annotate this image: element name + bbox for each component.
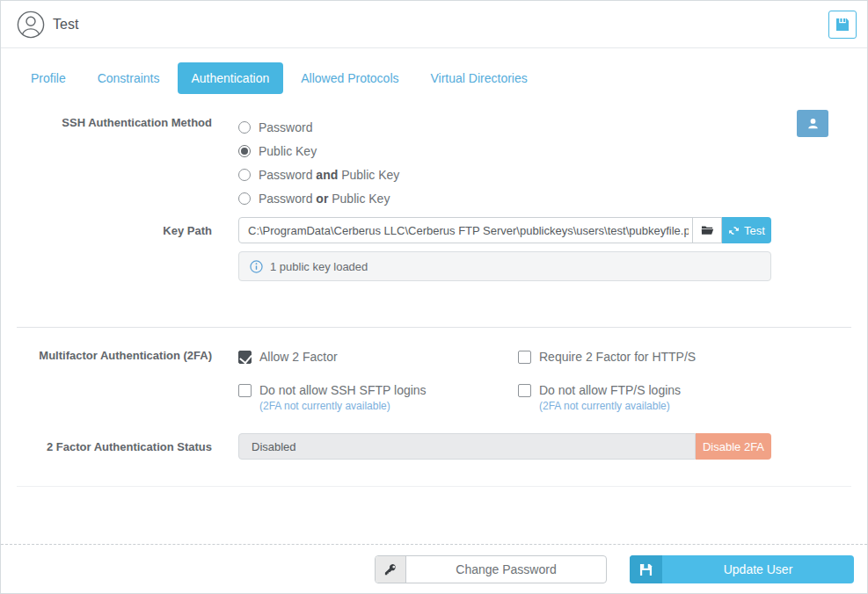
tfa-status-label: 2 Factor Authentication Status [1,440,212,453]
checkbox-require-2-factor-https[interactable]: Require 2 Factor for HTTP/S [518,350,791,364]
user-icon [806,117,820,130]
user-avatar-icon [17,11,45,39]
tab-bar: Profile Constraints Authentication Allow… [17,62,545,94]
radio-circle-selected [238,145,251,157]
change-password-button[interactable]: Change Password [375,555,607,583]
mfa-unavailable-note: (2FA not currently available) [539,400,791,412]
tab-constraints[interactable]: Constraints [84,62,174,94]
update-user-button[interactable]: Update User [630,555,854,583]
radio-public-key[interactable]: Public Key [238,139,399,163]
tfa-status-value [238,433,696,460]
tab-authentication[interactable]: Authentication [178,62,284,94]
checkbox-box [518,384,531,397]
checkbox-box [238,384,252,397]
key-path-label: Key Path [1,224,212,237]
faint-divider [17,486,851,487]
tab-allowed-protocols[interactable]: Allowed Protocols [287,62,412,94]
radio-circle [238,192,251,205]
checkbox-allow-2-factor[interactable]: Allow 2 Factor [238,350,511,364]
disable-2fa-button[interactable]: Disable 2FA [696,433,771,460]
manage-public-keys-button[interactable] [797,110,828,137]
checkbox-block-ftps: Do not allow FTP/S logins (2FA not curre… [518,383,791,412]
key-icon [384,563,397,576]
user-edit-dialog: Test Profile Constraints Authentication … [0,0,868,594]
info-circle-icon [250,260,263,273]
key-path-input[interactable] [238,217,693,243]
ssh-auth-method-label: SSH Authentication Method [1,116,212,129]
test-key-button[interactable]: Test [722,217,771,243]
dialog-header: Test [1,1,867,48]
key-path-group: Test [238,217,771,243]
change-password-label: Change Password [406,556,606,583]
mfa-column-right: Require 2 Factor for HTTP/S Do not allow… [518,350,791,412]
tab-virtual-directories[interactable]: Virtual Directories [417,62,542,94]
tab-profile[interactable]: Profile [17,62,80,94]
checkbox-no-ftps-logins[interactable]: Do not allow FTP/S logins [518,383,791,397]
page-title: Test [53,17,78,33]
mfa-unavailable-note: (2FA not currently available) [259,400,511,412]
refresh-icon [728,225,740,236]
save-icon [639,563,653,576]
mfa-label: Multifactor Authentication (2FA) [1,349,212,362]
checkbox-box-checked [238,351,252,364]
radio-password-or-public-key[interactable]: Password or Public Key [238,186,399,210]
radio-password-and-public-key[interactable]: Password and Public Key [238,163,399,186]
checkbox-block-ssh-sftp: Do not allow SSH SFTP logins (2FA not cu… [238,383,511,412]
checkbox-no-ssh-sftp-logins[interactable]: Do not allow SSH SFTP logins [238,383,511,397]
info-message: 1 public key loaded [270,260,368,273]
browse-folder-button[interactable] [692,217,722,243]
public-key-info-banner: 1 public key loaded [238,251,771,281]
update-user-label: Update User [662,555,854,583]
dialog-footer: Change Password Update User [1,544,867,593]
ssh-auth-method-radios: Password Public Key Password and Public … [238,115,399,210]
folder-open-icon [701,224,714,236]
mfa-column-left: Allow 2 Factor Do not allow SSH SFTP log… [238,350,511,412]
radio-circle [238,169,251,181]
save-icon [835,18,850,32]
tfa-status-group: Disable 2FA [238,433,771,460]
section-divider [17,327,851,328]
save-button[interactable] [828,11,857,39]
radio-circle [238,121,251,134]
checkbox-box [518,351,531,364]
radio-password[interactable]: Password [238,115,399,139]
